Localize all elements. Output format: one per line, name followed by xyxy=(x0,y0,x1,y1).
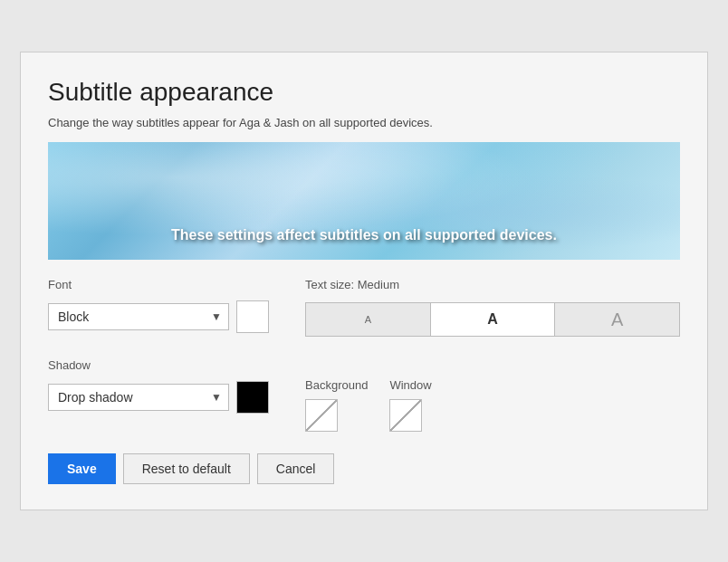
background-label: Background xyxy=(305,378,368,392)
font-group: Font Block Arial Times New Roman Courier… xyxy=(48,278,269,337)
buttons-row: Save Reset to default Cancel xyxy=(48,453,680,484)
preview-banner: These settings affect subtitles on all s… xyxy=(48,142,680,260)
window-color-swatch[interactable] xyxy=(389,399,422,432)
bg-window-group: Background Window xyxy=(305,378,432,432)
reset-button[interactable]: Reset to default xyxy=(123,453,250,484)
shadow-select-wrapper: None Drop shadow Raised Depressed Unifor… xyxy=(48,384,229,411)
cancel-button[interactable]: Cancel xyxy=(257,453,335,484)
save-button[interactable]: Save xyxy=(48,453,116,484)
controls-row-1: Font Block Arial Times New Roman Courier… xyxy=(48,278,680,337)
text-size-small-icon: A xyxy=(365,314,371,325)
font-label: Font xyxy=(48,278,269,291)
font-color-swatch[interactable] xyxy=(236,300,269,333)
text-size-medium-button[interactable]: A xyxy=(431,303,556,336)
font-select-wrapper: Block Arial Times New Roman Courier ▼ xyxy=(48,303,229,330)
shadow-color-swatch[interactable] xyxy=(236,381,269,414)
text-size-medium-icon: A xyxy=(487,311,498,328)
text-size-large-icon: A xyxy=(611,310,623,330)
text-size-group: Text size: Medium A A A xyxy=(305,278,680,337)
text-size-label: Text size: Medium xyxy=(305,278,680,291)
page-title: Subtitle appearance xyxy=(48,78,680,107)
font-control-row: Block Arial Times New Roman Courier ▼ xyxy=(48,300,269,333)
shadow-control-row: None Drop shadow Raised Depressed Unifor… xyxy=(48,381,269,414)
controls-row-2: Shadow None Drop shadow Raised Depressed… xyxy=(48,358,680,432)
shadow-group: Shadow None Drop shadow Raised Depressed… xyxy=(48,358,269,414)
dialog-container: Subtitle appearance Change the way subti… xyxy=(20,52,708,510)
text-size-small-button[interactable]: A xyxy=(306,303,431,336)
font-select[interactable]: Block Arial Times New Roman Courier xyxy=(48,303,229,330)
window-label: Window xyxy=(389,378,431,392)
shadow-label: Shadow xyxy=(48,358,269,372)
window-group: Window xyxy=(389,378,431,432)
background-group: Background xyxy=(305,378,368,432)
text-size-buttons: A A A xyxy=(305,302,680,337)
shadow-select[interactable]: None Drop shadow Raised Depressed Unifor… xyxy=(48,384,229,411)
text-size-large-button[interactable]: A xyxy=(555,303,679,336)
background-color-swatch[interactable] xyxy=(305,399,338,432)
preview-text: These settings affect subtitles on all s… xyxy=(171,227,557,243)
page-description: Change the way subtitles appear for Aga … xyxy=(48,116,680,129)
